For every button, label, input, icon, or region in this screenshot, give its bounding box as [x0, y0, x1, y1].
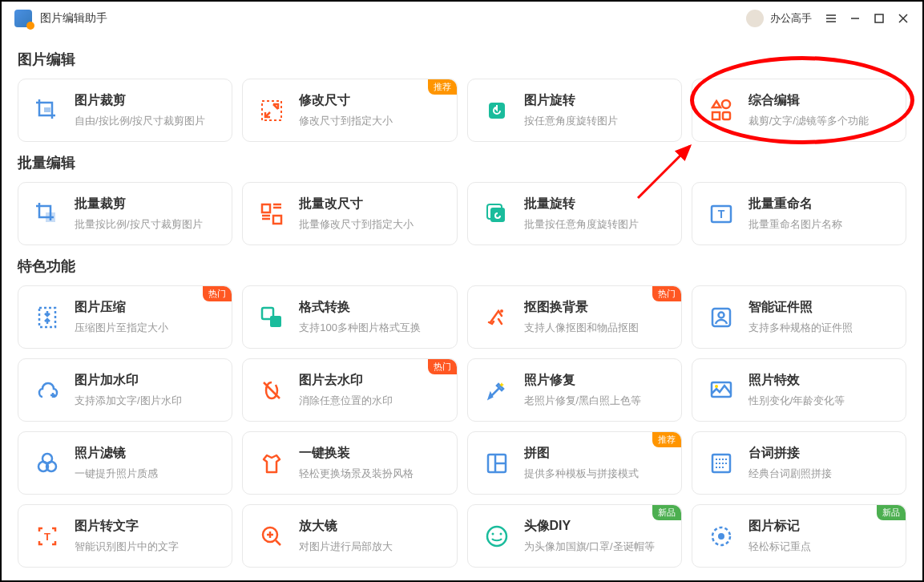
- ocr-icon: T: [33, 522, 62, 551]
- card-avatar-diy[interactable]: 新品 头像DIY 为头像加国旗/口罩/圣诞帽等: [467, 504, 682, 568]
- svg-point-4: [722, 100, 730, 108]
- svg-point-29: [499, 532, 502, 535]
- dialogue-icon: [707, 449, 736, 478]
- menu-button[interactable]: [825, 12, 837, 25]
- card-title: 照片特效: [748, 372, 845, 389]
- card-title: 图片转文字: [75, 518, 179, 535]
- card-title: 一键换装: [299, 445, 414, 462]
- svg-rect-5: [712, 112, 720, 119]
- card-batch-resize[interactable]: 批量改尺寸 批量修改尺寸到指定大小: [242, 182, 457, 245]
- card-desc: 批量按任意角度旋转图片: [524, 217, 639, 232]
- card-cutout[interactable]: 热门 抠图换背景 支持人像抠图和物品抠图: [467, 285, 682, 349]
- card-desc: 支持人像抠图和物品抠图: [524, 321, 639, 335]
- card-outfit[interactable]: 一键换装 轻松更换场景及装扮风格: [242, 431, 457, 495]
- batch-rename-icon: T: [707, 200, 736, 228]
- card-rotate[interactable]: 图片旋转 按任意角度旋转图片: [467, 79, 682, 142]
- cutout-icon: [482, 303, 511, 332]
- card-desc: 支持100多种图片格式互换: [299, 321, 421, 335]
- card-dialogue[interactable]: 台词拼接 经典台词剧照拼接: [692, 431, 906, 495]
- svg-point-19: [715, 385, 718, 388]
- card-id-photo[interactable]: 智能证件照 支持多种规格的证件照: [692, 285, 906, 349]
- card-desc: 支持添加文字/图片水印: [75, 394, 182, 408]
- user-section[interactable]: 办公高手: [746, 10, 812, 27]
- card-batch-crop[interactable]: 批量裁剪 批量按比例/按尺寸裁剪图片: [18, 182, 232, 245]
- svg-rect-0: [875, 14, 883, 22]
- titlebar-right: 办公高手: [746, 10, 910, 27]
- card-desc: 一键提升照片质感: [75, 467, 158, 481]
- card-title: 头像DIY: [524, 518, 655, 535]
- edit-grid: 图片裁剪 自由/按比例/按尺寸裁剪图片 推荐 修改尺寸 修改尺寸到指定大小 图片…: [18, 79, 906, 142]
- card-format[interactable]: 格式转换 支持100多种图片格式互换: [242, 285, 457, 349]
- close-button[interactable]: [897, 12, 910, 25]
- card-desc: 按任意角度旋转图片: [524, 114, 618, 128]
- card-batch-rotate[interactable]: 批量旋转 批量按任意角度旋转图片: [467, 182, 682, 245]
- card-desc: 轻松标记重点: [748, 540, 811, 554]
- card-desc: 为头像加国旗/口罩/圣诞帽等: [524, 540, 655, 554]
- svg-point-28: [491, 532, 494, 535]
- collage-icon: [482, 449, 511, 478]
- svg-text:T: T: [44, 531, 50, 543]
- card-add-watermark[interactable]: 图片加水印 支持添加文字/图片水印: [18, 358, 232, 422]
- card-title: 批量旋转: [524, 196, 639, 212]
- titlebar-left: 图片编辑助手: [14, 10, 107, 27]
- magnify-icon: [257, 522, 286, 551]
- svg-point-27: [487, 527, 506, 546]
- card-mark[interactable]: 新品 图片标记 轻松标记重点: [692, 504, 906, 568]
- card-repair[interactable]: 照片修复 老照片修复/黑白照上色等: [467, 358, 682, 422]
- card-desc: 压缩图片至指定大小: [75, 321, 168, 335]
- card-desc: 经典台词剧照拼接: [748, 467, 832, 481]
- window-controls: [825, 12, 910, 25]
- card-desc: 提供多种模板与拼接模式: [524, 467, 639, 481]
- rotate-icon: [482, 96, 511, 125]
- card-resize[interactable]: 推荐 修改尺寸 修改尺寸到指定大小: [242, 79, 457, 142]
- card-title: 照片修复: [524, 372, 642, 389]
- badge-new: 新品: [877, 505, 906, 520]
- effect-icon: [707, 376, 736, 405]
- avatar: [746, 10, 764, 27]
- card-filter[interactable]: 照片滤镜 一键提升照片质感: [18, 431, 232, 495]
- special-grid: 热门 图片压缩 压缩图片至指定大小 格式转换 支持100多种图片格式互换 热门: [18, 285, 906, 568]
- card-desc: 对图片进行局部放大: [299, 540, 393, 554]
- app-icon: [14, 10, 32, 27]
- svg-rect-12: [39, 308, 55, 327]
- id-photo-icon: [707, 303, 736, 332]
- card-desc: 智能识别图片中的文字: [75, 540, 179, 554]
- batch-rotate-icon: [482, 200, 511, 228]
- card-magnify[interactable]: 放大镜 对图片进行局部放大: [242, 504, 457, 568]
- svg-rect-24: [712, 455, 730, 472]
- section-special-title: 特色功能: [18, 257, 906, 276]
- repair-icon: [482, 376, 511, 405]
- minimize-button[interactable]: [849, 12, 861, 25]
- card-ocr[interactable]: T 图片转文字 智能识别图片中的文字: [18, 504, 232, 568]
- card-title: 综合编辑: [748, 92, 869, 109]
- badge-new: 新品: [652, 505, 681, 520]
- username: 办公高手: [770, 11, 812, 26]
- card-title: 修改尺寸: [299, 92, 393, 109]
- card-title: 格式转换: [299, 299, 421, 316]
- card-compress[interactable]: 热门 图片压缩 压缩图片至指定大小: [18, 285, 232, 349]
- card-title: 台词拼接: [748, 445, 832, 462]
- card-desc: 消除任意位置的水印: [299, 394, 393, 408]
- compress-icon: [33, 303, 62, 332]
- card-title: 图片去水印: [299, 372, 393, 389]
- card-desc: 支持多种规格的证件照: [748, 321, 853, 335]
- card-title: 图片旋转: [524, 92, 618, 109]
- card-title: 批量改尺寸: [299, 196, 414, 212]
- card-desc: 批量重命名图片名称: [748, 217, 842, 232]
- remove-watermark-icon: [257, 376, 286, 405]
- card-desc: 老照片修复/黑白照上色等: [524, 394, 642, 408]
- card-remove-watermark[interactable]: 热门 图片去水印 消除任意位置的水印: [242, 358, 457, 422]
- format-icon: [257, 303, 286, 332]
- svg-rect-8: [490, 208, 505, 222]
- card-collage[interactable]: 推荐 拼图 提供多种模板与拼接模式: [467, 431, 682, 495]
- card-batch-rename[interactable]: T 批量重命名 批量重命名图片名称: [692, 182, 906, 245]
- add-watermark-icon: [33, 376, 62, 405]
- maximize-button[interactable]: [873, 12, 886, 25]
- card-desc: 批量按比例/按尺寸裁剪图片: [75, 217, 203, 232]
- card-comprehensive[interactable]: 综合编辑 裁剪/文字/滤镜等多个功能: [692, 79, 906, 142]
- app-title: 图片编辑助手: [40, 11, 107, 26]
- crop-icon: [33, 96, 62, 125]
- card-title: 批量重命名: [748, 196, 842, 212]
- card-crop[interactable]: 图片裁剪 自由/按比例/按尺寸裁剪图片: [18, 79, 232, 142]
- card-effect[interactable]: 照片特效 性别变化/年龄变化等: [692, 358, 906, 422]
